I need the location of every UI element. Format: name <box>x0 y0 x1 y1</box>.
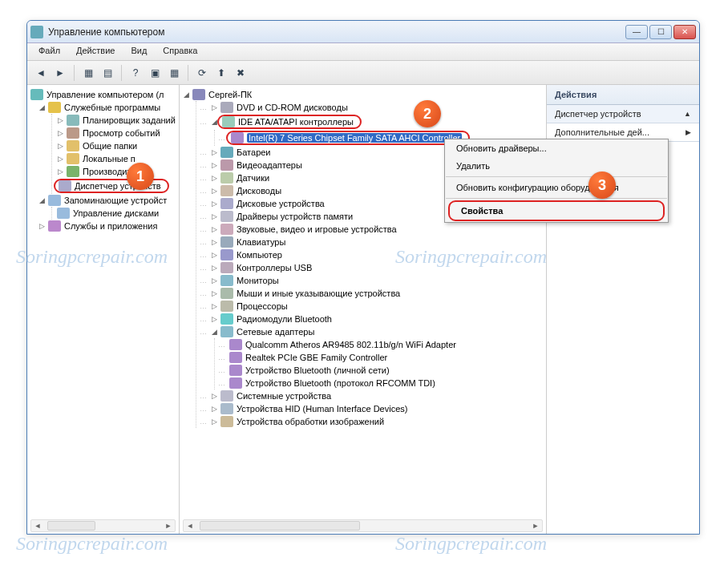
properties-button[interactable]: ▤ <box>99 64 116 82</box>
computer-icon <box>192 89 205 100</box>
category-icon <box>220 147 233 158</box>
tree-disk-management[interactable]: Управление дисками <box>55 207 177 220</box>
device-category[interactable]: …▷Звуковые, видео и игровые устройства <box>200 223 544 236</box>
expand-icon[interactable]: ▷ <box>209 405 219 413</box>
expand-icon[interactable]: ▷ <box>55 155 65 163</box>
device-item[interactable]: …Qualcomm Atheros AR9485 802.11b/g/n WiF… <box>218 338 544 351</box>
expand-icon[interactable]: ▷ <box>209 174 219 182</box>
tree-shared-folders[interactable]: ▷Общие папки <box>55 139 177 152</box>
device-item[interactable]: …Устройство Bluetooth (личной сети) <box>218 364 544 377</box>
device-category[interactable]: …◢IDE ATA/ATAPI контроллеры <box>200 114 544 130</box>
expand-icon[interactable]: ▷ <box>55 142 65 150</box>
device-category[interactable]: …▷Мыши и иные указывающие устройства <box>200 287 544 300</box>
cmenu-scan-hardware[interactable]: Обновить конфигурацию оборудования <box>445 179 668 196</box>
expand-icon[interactable]: ▷ <box>209 161 219 169</box>
view-button[interactable]: ▣ <box>146 64 164 82</box>
update-driver-button[interactable]: ⬆ <box>212 64 230 82</box>
tree-task-scheduler[interactable]: ▷Планировщик заданий <box>55 114 177 127</box>
close-button[interactable]: ✕ <box>673 25 696 39</box>
device-icon <box>229 377 242 389</box>
expand-icon[interactable]: ▷ <box>209 187 219 195</box>
device-category[interactable]: …▷Клавиатуры <box>200 236 544 248</box>
minimize-button[interactable]: — <box>625 25 648 39</box>
titlebar[interactable]: Управление компьютером — ☐ ✕ <box>27 21 699 43</box>
cmenu-uninstall[interactable]: Удалить <box>445 157 668 175</box>
scroll-left-icon[interactable]: ◄ <box>184 520 196 531</box>
help-button[interactable]: ? <box>127 64 144 82</box>
tree-local-users[interactable]: ▷Локальные п <box>55 152 177 165</box>
expand-icon[interactable]: ▷ <box>209 302 219 310</box>
expand-icon[interactable]: ▷ <box>209 276 219 285</box>
expand-icon[interactable]: ▷ <box>37 222 47 230</box>
scroll-right-icon[interactable]: ► <box>529 520 542 531</box>
scroll-right-icon[interactable]: ► <box>162 520 175 531</box>
device-category[interactable]: …▷Устройства HID (Human Interface Device… <box>200 402 544 415</box>
collapse-icon[interactable]: ◢ <box>209 328 219 336</box>
nav-forward-button[interactable]: ► <box>51 64 69 82</box>
nav-back-button[interactable]: ◄ <box>32 64 50 82</box>
tree-device-manager[interactable]: Диспетчер устройств <box>55 178 177 194</box>
tree-performance[interactable]: ▷Производител <box>55 165 177 178</box>
expand-icon[interactable]: ▷ <box>209 238 219 246</box>
device-category[interactable]: …▷Мониторы <box>200 274 544 287</box>
services-icon <box>48 220 61 232</box>
expand-icon[interactable]: ▷ <box>209 289 219 297</box>
separator <box>74 65 75 81</box>
tree-services[interactable]: ▷Службы и приложения <box>37 220 177 232</box>
device-category[interactable]: …▷Радиомодули Bluetooth <box>200 313 544 325</box>
expand-icon[interactable]: ▷ <box>209 315 219 323</box>
tree-system-tools[interactable]: ◢Служебные программы <box>37 101 177 114</box>
menu-file[interactable]: Файл <box>30 43 68 60</box>
expand-icon[interactable]: ▷ <box>55 116 65 124</box>
horizontal-scrollbar[interactable]: ◄► <box>30 519 176 532</box>
scroll-thumb[interactable] <box>47 521 95 531</box>
scroll-left-icon[interactable]: ◄ <box>31 520 44 531</box>
maximize-button[interactable]: ☐ <box>649 25 672 39</box>
show-hide-tree-button[interactable]: ▦ <box>79 64 97 82</box>
expand-icon[interactable]: ▷ <box>55 129 65 137</box>
collapse-icon[interactable]: ◢ <box>181 91 191 99</box>
device-tree-root[interactable]: ◢Сергей-ПК <box>181 88 544 101</box>
expand-icon[interactable]: ▷ <box>209 392 219 400</box>
scan-button[interactable]: ⟳ <box>193 64 211 82</box>
device-category[interactable]: …◢Сетевые адаптеры <box>200 325 544 338</box>
cmenu-properties[interactable]: Свойства <box>450 202 663 220</box>
device-category[interactable]: …▷Компьютер <box>200 248 544 261</box>
expand-icon[interactable]: ▷ <box>209 103 219 111</box>
folder-icon <box>67 140 79 151</box>
device-category[interactable]: …▷Системные устройства <box>200 389 544 402</box>
expand-icon[interactable]: ▷ <box>209 264 219 272</box>
expand-icon[interactable]: ▷ <box>209 148 219 156</box>
expand-icon[interactable]: ▷ <box>55 167 65 176</box>
device-item[interactable]: …Устройство Bluetooth (протокол RFCOMM T… <box>218 377 544 389</box>
tree-root[interactable]: Управление компьютером (л <box>29 88 177 101</box>
device-category[interactable]: …▷Устройства обработки изображений <box>200 415 544 428</box>
perf-icon <box>67 166 79 177</box>
device-category[interactable]: …▷Контроллеры USB <box>200 261 544 274</box>
horizontal-scrollbar[interactable]: ◄► <box>183 519 543 532</box>
tree-event-viewer[interactable]: ▷Просмотр событий <box>55 127 177 139</box>
device-category[interactable]: …▷DVD и CD-ROM дисководы <box>200 101 544 114</box>
expand-icon[interactable]: ▷ <box>209 212 219 220</box>
expand-icon[interactable]: ▷ <box>209 200 219 208</box>
view-button[interactable]: ▦ <box>165 64 183 82</box>
expand-icon[interactable]: ▷ <box>209 225 219 233</box>
collapse-icon[interactable]: ◢ <box>37 103 47 111</box>
tree-label: Управление дисками <box>73 208 159 218</box>
device-category[interactable]: …▷Процессоры <box>200 300 544 313</box>
tree-label: Процессоры <box>237 301 288 311</box>
menu-view[interactable]: Вид <box>123 43 155 60</box>
cmenu-update-drivers[interactable]: Обновить драйверы... <box>445 139 668 157</box>
expand-icon[interactable]: ▷ <box>209 418 219 426</box>
scroll-thumb[interactable] <box>200 521 360 531</box>
uninstall-button[interactable]: ✖ <box>232 64 249 82</box>
device-item[interactable]: …Realtek PCIe GBE Family Controller <box>218 351 544 364</box>
expand-icon[interactable]: ▷ <box>209 251 219 259</box>
collapse-icon[interactable]: ◢ <box>37 196 47 204</box>
tree-storage[interactable]: ◢Запоминающие устройст <box>37 194 177 207</box>
menu-help[interactable]: Справка <box>155 43 205 60</box>
event-icon <box>67 127 79 139</box>
menu-action[interactable]: Действие <box>68 43 123 60</box>
tree-label: Драйверы устройств памяти <box>237 212 353 221</box>
actions-main-item[interactable]: Диспетчер устройств▲ <box>547 105 699 123</box>
